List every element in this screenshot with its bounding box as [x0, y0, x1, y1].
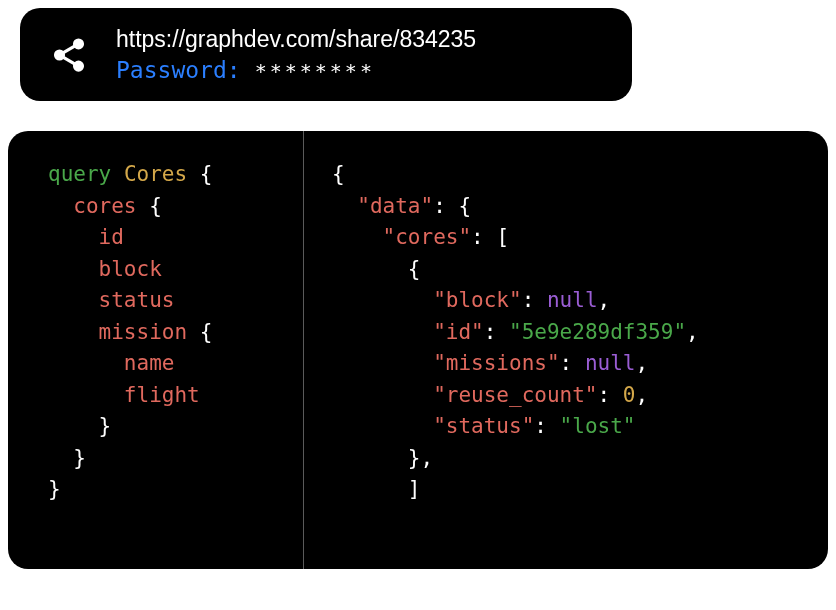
svg-point-1 — [56, 51, 64, 59]
password-value[interactable]: ******** — [255, 59, 375, 83]
svg-point-2 — [75, 62, 83, 70]
svg-line-3 — [63, 45, 75, 52]
response-pane[interactable]: { "data": { "cores": [ { "block": null, … — [304, 131, 828, 569]
svg-point-0 — [75, 39, 83, 47]
share-icon[interactable] — [50, 36, 88, 74]
response-code: { "data": { "cores": [ { "block": null, … — [332, 159, 806, 506]
password-label: Password: — [116, 57, 241, 83]
share-url[interactable]: https://graphdev.com/share/834235 — [116, 26, 476, 53]
query-pane[interactable]: query Cores { cores { id block status mi… — [8, 131, 304, 569]
share-content: https://graphdev.com/share/834235 Passwo… — [116, 26, 476, 83]
svg-line-4 — [63, 57, 75, 64]
query-code: query Cores { cores { id block status mi… — [48, 159, 281, 506]
password-row: Password: ******** — [116, 57, 476, 83]
code-panel: query Cores { cores { id block status mi… — [8, 131, 828, 569]
share-panel: https://graphdev.com/share/834235 Passwo… — [20, 8, 632, 101]
